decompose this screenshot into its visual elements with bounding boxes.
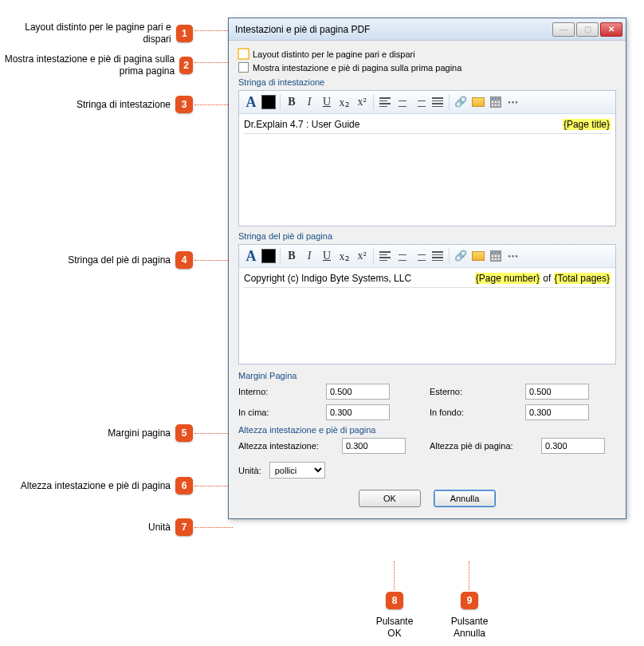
label-margin-inner: Interno: <box>238 387 326 396</box>
bold-button[interactable]: B <box>283 247 300 265</box>
superscript-button[interactable]: x² <box>353 93 371 111</box>
subscript-button[interactable]: x₂ <box>336 93 353 111</box>
dialog-title: Intestazioni e piè di pagina PDF <box>235 24 552 35</box>
callout-badge-3: 3 <box>175 96 193 113</box>
dialog-pdf-header-footer: Intestazioni e piè di pagina PDF — ▢ ✕ L… <box>228 18 626 519</box>
label-margin-outer: Esterno: <box>430 387 525 396</box>
checkbox-distinct-layout[interactable] <box>238 49 249 59</box>
underline-button[interactable]: U <box>318 247 336 265</box>
bold-button[interactable]: B <box>283 93 300 111</box>
callout-badge-9: 9 <box>461 592 478 609</box>
superscript-button[interactable]: x² <box>353 247 371 265</box>
align-center-button[interactable] <box>394 247 411 265</box>
header-content-area[interactable]: Dr.Explain 4.7 : User Guide {Page title} <box>239 114 615 226</box>
underline-button[interactable]: U <box>318 93 336 111</box>
callout-label-8: Pulsante OK <box>375 616 414 640</box>
more-button[interactable]: ••• <box>505 247 522 265</box>
input-footer-height[interactable] <box>541 438 605 454</box>
more-button[interactable]: ••• <box>505 93 522 111</box>
callout-label-6: Altezza intestazione e piè di pagina <box>21 480 171 492</box>
callout-label-3: Stringa di intestazione <box>77 99 171 111</box>
callout-badge-1: 1 <box>176 25 193 42</box>
callout-badge-8: 8 <box>386 592 403 609</box>
checkbox-show-first-page[interactable] <box>238 62 249 73</box>
input-margin-inner[interactable] <box>326 384 390 400</box>
maximize-button[interactable]: ▢ <box>576 22 599 37</box>
footer-right-text: {Page number} of {Total pages} <box>475 273 611 284</box>
footer-toolbar: A B I U x₂ x² 🔗 ••• <box>239 245 615 268</box>
align-left-button[interactable] <box>376 247 394 265</box>
group-header-string: Stringa di intestazione <box>238 77 616 87</box>
table-button[interactable] <box>487 247 505 265</box>
callout-label-9: Pulsante Annulla <box>448 616 491 640</box>
align-left-button[interactable] <box>376 93 394 111</box>
link-button[interactable]: 🔗 <box>452 93 469 111</box>
input-margin-outer[interactable] <box>525 384 589 400</box>
callout-badge-2: 2 <box>179 57 193 74</box>
checkbox-show-first-page-label: Mostra intestazione e piè di pagina sull… <box>253 63 461 73</box>
label-margin-top: In cima: <box>238 408 326 417</box>
align-right-button[interactable] <box>411 93 429 111</box>
callout-badge-7: 7 <box>175 518 193 536</box>
titlebar[interactable]: Intestazioni e piè di pagina PDF — ▢ ✕ <box>229 18 626 41</box>
footer-placeholder-total-pages: {Total pages} <box>554 273 611 284</box>
header-editor: A B I U x₂ x² 🔗 ••• <box>238 90 616 226</box>
image-button[interactable] <box>469 247 487 265</box>
callout-label-5: Margini pagina <box>108 427 171 439</box>
callout-label-4: Stringa del piè di pagina <box>68 254 171 266</box>
footer-placeholder-page-number: {Page number} <box>475 273 540 284</box>
header-placeholder-page-title: {Page title} <box>563 119 611 130</box>
footer-editor: A B I U x₂ x² 🔗 ••• <box>238 244 616 364</box>
header-left-text: Dr.Explain 4.7 : User Guide <box>244 119 359 130</box>
label-units: Unità: <box>238 466 261 475</box>
group-margins: Margini Pagina <box>238 371 616 380</box>
callout-badge-4: 4 <box>175 251 193 269</box>
link-button[interactable]: 🔗 <box>452 247 469 265</box>
close-button[interactable]: ✕ <box>600 22 622 37</box>
input-margin-bottom[interactable] <box>525 404 589 420</box>
callout-label-2: Mostra intestazione e piè di pagina sull… <box>0 53 175 77</box>
label-header-height: Altezza intestazione: <box>238 441 342 451</box>
ok-button[interactable]: OK <box>359 490 421 507</box>
callout-badge-6: 6 <box>175 477 193 494</box>
align-right-button[interactable] <box>411 247 429 265</box>
footer-content-area[interactable]: Copyright (c) Indigo Byte Systems, LLC {… <box>239 268 615 364</box>
image-button[interactable] <box>469 93 487 111</box>
callout-label-7: Unità <box>148 522 171 534</box>
label-footer-height: Altezza piè di pagina: <box>430 441 541 451</box>
callout-label-1: Layout distinto per le pagine pari e dis… <box>0 22 171 45</box>
table-button[interactable] <box>487 93 505 111</box>
label-margin-bottom: In fondo: <box>430 408 525 417</box>
footer-left-text: Copyright (c) Indigo Byte Systems, LLC <box>244 273 411 284</box>
header-toolbar: A B I U x₂ x² 🔗 ••• <box>239 91 615 114</box>
minimize-button[interactable]: — <box>552 22 575 37</box>
subscript-button[interactable]: x₂ <box>336 247 353 265</box>
input-header-height[interactable] <box>342 438 406 454</box>
color-button[interactable] <box>260 247 277 265</box>
align-justify-button[interactable] <box>429 247 446 265</box>
checkbox-distinct-layout-label: Layout distinto per le pagine pari e dis… <box>253 49 415 59</box>
align-center-button[interactable] <box>394 93 411 111</box>
italic-button[interactable]: I <box>300 247 318 265</box>
callout-badge-5: 5 <box>175 424 193 442</box>
align-justify-button[interactable] <box>429 93 446 111</box>
font-button[interactable]: A <box>242 93 260 111</box>
font-button[interactable]: A <box>242 247 260 265</box>
group-footer-string: Stringa del piè di pagina <box>238 231 616 241</box>
cancel-button[interactable]: Annulla <box>434 490 496 507</box>
select-units[interactable]: pollici <box>269 462 325 479</box>
color-button[interactable] <box>260 93 277 111</box>
input-margin-top[interactable] <box>326 404 390 420</box>
group-heights: Altezza intestazione e piè di pagina <box>238 425 616 435</box>
italic-button[interactable]: I <box>300 93 318 111</box>
